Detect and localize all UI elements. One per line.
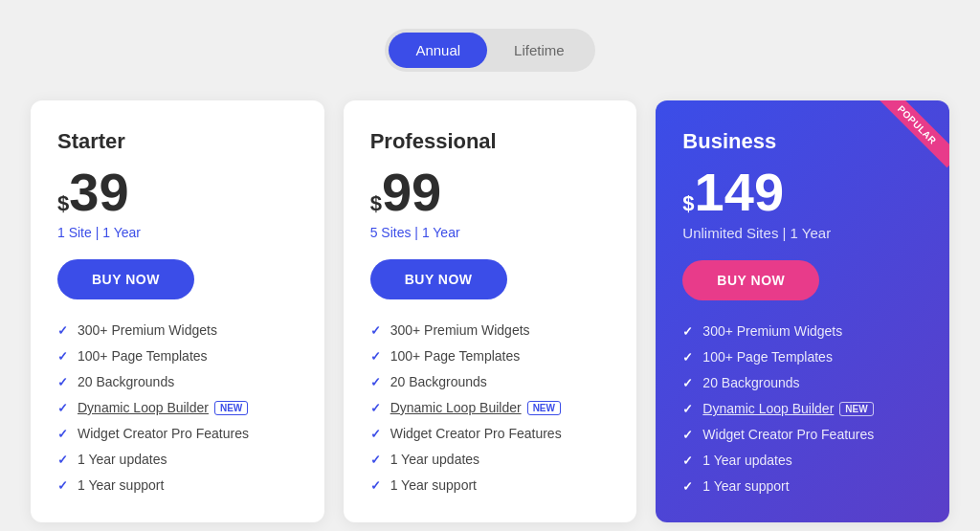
feature-text: 1 Year support [78, 477, 164, 493]
list-item: ✓ 1 Year support [57, 477, 298, 493]
business-price-amount: 149 [695, 166, 784, 219]
feature-text: 20 Backgrounds [390, 374, 487, 389]
feature-text: Widget Creator Pro Features [78, 426, 249, 441]
list-item: ✓ 100+ Page Templates [370, 348, 611, 364]
check-icon: ✓ [57, 323, 68, 338]
check-icon: ✓ [57, 427, 68, 441]
list-item: ✓ 1 Year updates [682, 453, 923, 468]
check-icon: ✓ [370, 323, 381, 338]
check-icon: ✓ [57, 478, 68, 493]
check-icon: ✓ [370, 375, 381, 389]
business-buy-button[interactable]: BUY NOW [682, 260, 819, 300]
starter-subtitle: 1 Site | 1 Year [57, 225, 298, 240]
feature-text: 100+ Page Templates [78, 348, 208, 364]
list-item: ✓ Dynamic Loop Builder NEW [682, 401, 923, 416]
professional-features-list: ✓ 300+ Premium Widgets ✓ 100+ Page Templ… [370, 322, 611, 493]
check-icon: ✓ [370, 401, 381, 415]
feature-text: 300+ Premium Widgets [702, 323, 842, 339]
starter-price-symbol: $ [57, 191, 69, 216]
list-item: ✓ Widget Creator Pro Features [370, 426, 611, 441]
new-badge: NEW [214, 401, 248, 415]
feature-text: 1 Year support [390, 477, 477, 493]
business-price-symbol: $ [682, 191, 694, 216]
check-icon: ✓ [682, 350, 693, 365]
professional-plan-card: Professional $ 99 5 Sites | 1 Year BUY N… [344, 100, 637, 522]
check-icon: ✓ [682, 454, 693, 468]
list-item: ✓ 300+ Premium Widgets [370, 322, 611, 338]
dynamic-loop-link[interactable]: Dynamic Loop Builder [78, 400, 209, 415]
list-item: ✓ Dynamic Loop Builder NEW [370, 400, 611, 415]
new-badge: NEW [839, 402, 873, 416]
check-icon: ✓ [57, 401, 68, 415]
starter-price-container: $ 39 [57, 166, 298, 219]
feature-text: 20 Backgrounds [702, 375, 799, 390]
feature-text: 1 Year updates [702, 453, 791, 468]
check-icon: ✓ [682, 402, 693, 416]
feature-text: Widget Creator Pro Features [390, 426, 562, 441]
list-item: ✓ 100+ Page Templates [57, 348, 298, 364]
check-icon: ✓ [682, 479, 693, 494]
feature-text: Widget Creator Pro Features [702, 427, 874, 442]
professional-price-container: $ 99 [370, 166, 611, 219]
starter-plan-card: Starter $ 39 1 Site | 1 Year BUY NOW ✓ 3… [31, 100, 324, 522]
dynamic-loop-link[interactable]: Dynamic Loop Builder [390, 400, 522, 415]
check-icon: ✓ [57, 375, 68, 389]
starter-price-amount: 39 [69, 166, 128, 219]
list-item: ✓ 100+ Page Templates [682, 349, 923, 365]
feature-text: 300+ Premium Widgets [390, 322, 530, 338]
business-features-list: ✓ 300+ Premium Widgets ✓ 100+ Page Templ… [682, 323, 923, 494]
professional-subtitle: 5 Sites | 1 Year [370, 225, 611, 240]
billing-toggle: Annual Lifetime [385, 29, 594, 72]
plans-container: Starter $ 39 1 Site | 1 Year BUY NOW ✓ 3… [31, 100, 949, 522]
feature-text: 20 Backgrounds [78, 374, 174, 389]
check-icon: ✓ [370, 478, 381, 493]
list-item: ✓ 1 Year support [682, 478, 923, 494]
list-item: ✓ Dynamic Loop Builder NEW [57, 400, 298, 415]
feature-text: 1 Year updates [78, 452, 167, 467]
feature-text: 300+ Premium Widgets [78, 322, 217, 338]
check-icon: ✓ [682, 428, 693, 442]
list-item: ✓ 1 Year updates [370, 452, 611, 467]
list-item: ✓ 1 Year updates [57, 452, 298, 467]
list-item: ✓ 300+ Premium Widgets [57, 322, 298, 338]
feature-row: Dynamic Loop Builder NEW [390, 400, 561, 415]
feature-row: Dynamic Loop Builder NEW [702, 401, 873, 416]
list-item: ✓ 1 Year support [370, 477, 611, 493]
professional-price-amount: 99 [382, 166, 441, 219]
business-plan-card: POPULAR Business $ 149 Unlimited Sites |… [656, 100, 949, 522]
list-item: ✓ 20 Backgrounds [682, 375, 923, 390]
feature-row: Dynamic Loop Builder NEW [78, 400, 248, 415]
new-badge: NEW [527, 401, 561, 415]
starter-plan-name: Starter [57, 129, 298, 154]
feature-text: 1 Year updates [390, 452, 479, 467]
feature-text: 100+ Page Templates [702, 349, 833, 365]
list-item: ✓ 20 Backgrounds [57, 374, 298, 389]
business-plan-name: Business [682, 129, 923, 154]
feature-text: 1 Year support [702, 478, 789, 494]
annual-toggle-btn[interactable]: Annual [389, 33, 487, 68]
business-subtitle: Unlimited Sites | 1 Year [682, 225, 923, 241]
professional-price-symbol: $ [370, 191, 382, 216]
check-icon: ✓ [57, 349, 68, 364]
check-icon: ✓ [370, 427, 381, 441]
check-icon: ✓ [682, 324, 693, 339]
starter-buy-button[interactable]: BUY NOW [57, 259, 194, 299]
list-item: ✓ 20 Backgrounds [370, 374, 611, 389]
feature-text: 100+ Page Templates [390, 348, 521, 364]
lifetime-toggle-btn[interactable]: Lifetime [487, 33, 591, 68]
starter-features-list: ✓ 300+ Premium Widgets ✓ 100+ Page Templ… [57, 322, 298, 493]
check-icon: ✓ [370, 349, 381, 364]
list-item: ✓ Widget Creator Pro Features [682, 427, 923, 442]
list-item: ✓ Widget Creator Pro Features [57, 426, 298, 441]
check-icon: ✓ [682, 376, 693, 390]
professional-plan-name: Professional [370, 129, 611, 154]
professional-buy-button[interactable]: BUY NOW [370, 259, 507, 299]
list-item: ✓ 300+ Premium Widgets [682, 323, 923, 339]
dynamic-loop-link[interactable]: Dynamic Loop Builder [702, 401, 834, 416]
check-icon: ✓ [370, 453, 381, 467]
check-icon: ✓ [57, 453, 68, 467]
business-price-container: $ 149 [682, 166, 923, 219]
